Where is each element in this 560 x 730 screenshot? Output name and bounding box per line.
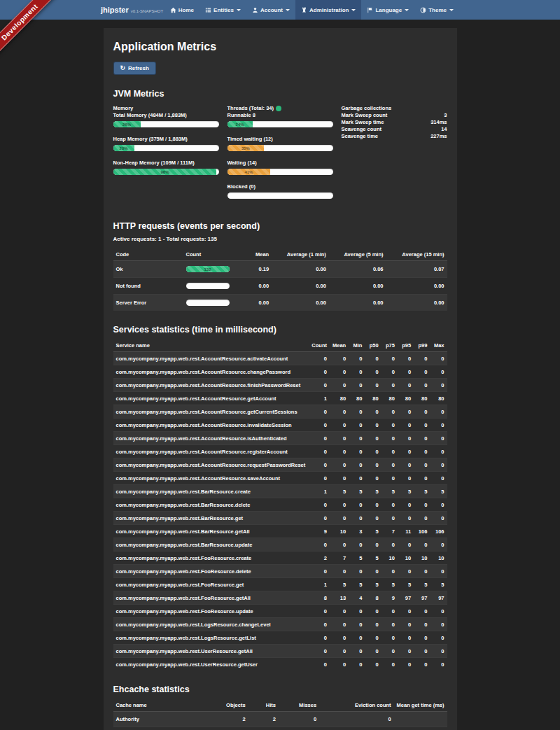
table-header-row: CodeCountMeanAverage (1 min)Average (5 m…: [113, 248, 447, 261]
refresh-button[interactable]: ↻ Refresh: [113, 62, 156, 75]
table-cell: com.mycompany.myapp.web.rest.AccountReso…: [113, 419, 309, 432]
tower-icon: [301, 7, 307, 13]
progress-track: 20%: [113, 145, 219, 151]
table-row: com.mycompany.myapp.web.rest.AccountReso…: [113, 379, 447, 392]
table-cell: 0: [330, 512, 349, 525]
column-header: Max: [430, 339, 447, 352]
table-cell: com.mycompany.myapp.web.rest.FooResource…: [113, 605, 309, 618]
memory-column: Memory Total Memory (484M / 1,883M) 26% …: [113, 104, 219, 207]
table-cell: 0: [330, 432, 349, 445]
brand-version: v0.1-SNAPSHOT: [131, 9, 163, 13]
table-cell: 0: [365, 618, 381, 631]
table-cell: 0: [398, 645, 414, 658]
table-cell: 0: [414, 432, 430, 445]
threads-column-title: Threads (Total: 34): [227, 105, 333, 111]
table-cell: 80: [365, 392, 381, 405]
table-cell: 0: [349, 365, 365, 379]
threads-status-icon[interactable]: [276, 106, 281, 111]
table-cell: 0: [382, 472, 398, 485]
table-row: com.mycompany.myapp.web.rest.FooResource…: [113, 605, 447, 618]
nav-item-entities[interactable]: Entities: [200, 0, 246, 20]
table-cell: 0: [398, 445, 414, 458]
gc-column: Garbage collections Mark Sweep count 3 M…: [342, 104, 447, 207]
progress-track: [186, 283, 230, 289]
table-cell: com.mycompany.myapp.web.rest.AccountReso…: [113, 432, 309, 445]
table-cell: com.mycompany.myapp.web.rest.LogsResourc…: [113, 618, 309, 631]
nav-item-home[interactable]: Home: [164, 0, 200, 20]
metric-waiting: Waiting (14) 41%: [227, 160, 333, 175]
table-cell: 0: [365, 379, 381, 392]
table-row: Bar1000: [113, 727, 447, 730]
table-cell: 0: [365, 645, 381, 658]
progress-value: 20%: [120, 146, 128, 150]
table-cell: 0: [330, 645, 349, 658]
table-cell: com.mycompany.myapp.web.rest.AccountReso…: [113, 365, 309, 379]
table-row: com.mycompany.myapp.web.rest.AccountReso…: [113, 365, 447, 379]
table-row: com.mycompany.myapp.web.rest.AccountReso…: [113, 405, 447, 419]
table-cell: 0: [414, 379, 430, 392]
jvm-metrics-title: JVM Metrics: [113, 89, 447, 99]
table-row: com.mycompany.myapp.web.rest.AccountReso…: [113, 419, 447, 432]
progress-track: 26%: [113, 121, 219, 127]
table-cell: 0: [430, 618, 447, 631]
table-cell: 0: [430, 445, 447, 458]
table-cell: 0: [308, 352, 330, 365]
development-ribbon: Development: [0, 0, 64, 64]
table-cell: com.mycompany.myapp.web.rest.BarResource…: [113, 538, 309, 552]
table-cell: 0: [330, 605, 349, 618]
nav-item-administration[interactable]: Administration: [295, 0, 361, 20]
table-cell: 0: [430, 432, 447, 445]
column-header: Mean: [248, 248, 272, 261]
table-row: com.mycompany.myapp.web.rest.FooResource…: [113, 552, 447, 565]
column-header: Objects: [214, 699, 248, 712]
table-cell: 0: [382, 618, 398, 631]
progress-track: 98%: [113, 169, 219, 175]
table-cell: 0: [349, 645, 365, 658]
table-cell: 10: [414, 552, 430, 565]
table-cell: 0: [349, 498, 365, 512]
chevron-down-icon: [237, 9, 241, 11]
table-row: com.mycompany.myapp.web.rest.UserResourc…: [113, 658, 447, 671]
table-cell: 0.06: [329, 261, 386, 278]
table-cell: 5: [349, 578, 365, 591]
http-code-cell: Ok: [113, 261, 183, 278]
nav-item-theme[interactable]: Theme: [414, 0, 459, 20]
nav-item-language[interactable]: Language: [361, 0, 414, 20]
table-cell: 0: [365, 605, 381, 618]
column-header: Average (15 min): [386, 248, 447, 261]
table-cell: 0: [430, 405, 447, 419]
table-cell: 80: [330, 392, 349, 405]
ehcache-statistics-title: Ehcache statistics: [113, 685, 447, 694]
table-cell: 0: [398, 405, 414, 419]
gc-label: Mark Sweep count: [342, 112, 388, 119]
table-cell: 5: [330, 578, 349, 591]
brand-link[interactable]: jhipster v0.1-SNAPSHOT: [101, 6, 163, 14]
column-header: Service name: [113, 339, 309, 352]
table-cell: 0: [308, 472, 330, 485]
progress-track: [186, 300, 230, 306]
table-cell: 10: [330, 525, 349, 538]
table-row: com.mycompany.myapp.web.rest.BarResource…: [113, 538, 447, 552]
table-cell: 0: [382, 645, 398, 658]
table-cell: 0: [330, 352, 349, 365]
progress-value: 41%: [244, 170, 253, 174]
metric-label: Heap Memory (375M / 1,883M): [113, 136, 219, 142]
active-requests-value: 1: [158, 236, 161, 242]
column-header: Eviction count: [319, 699, 393, 712]
column-header: Hits: [248, 699, 279, 712]
table-cell: 1: [308, 485, 330, 498]
services-statistics-title: Services statistics (time in millisecond…: [113, 325, 447, 335]
table-cell: 0: [349, 405, 365, 419]
table-cell: 106: [430, 525, 447, 538]
table-cell: 2: [214, 712, 248, 727]
table-cell: 0: [414, 658, 430, 671]
table-cell: 5: [430, 578, 447, 591]
table-header-row: Service nameCountMeanMinp50p75p95p99Max: [113, 339, 447, 352]
gc-value: 227ms: [430, 133, 447, 140]
table-cell: 0: [414, 565, 430, 578]
metric-timed-waiting: Timed waiting (12) 35%: [227, 136, 333, 151]
column-header: Count: [308, 339, 330, 352]
table-cell: [394, 712, 447, 727]
nav-item-account[interactable]: Account: [246, 0, 295, 20]
gc-label: Scavenge time: [342, 133, 379, 140]
